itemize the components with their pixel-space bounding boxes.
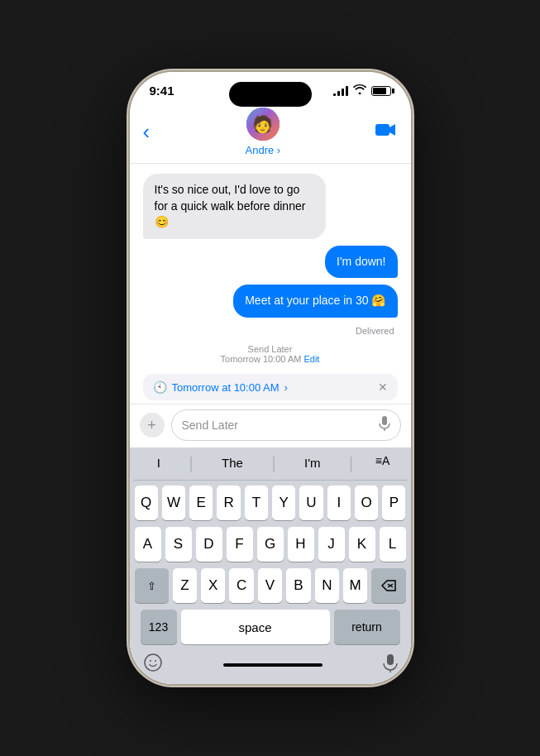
message-text: I'm down!	[337, 255, 385, 268]
message-bubble-sent: I'm down!	[325, 246, 397, 279]
svg-rect-0	[375, 124, 389, 136]
back-button[interactable]: ‹	[143, 119, 151, 145]
key-p[interactable]: P	[382, 486, 405, 520]
delivered-label: Delivered	[143, 326, 398, 336]
key-b[interactable]: B	[286, 568, 310, 603]
input-placeholder: Send Later	[182, 419, 239, 432]
contact-name[interactable]: Andre ›	[246, 144, 281, 156]
avatar: 🧑	[246, 108, 280, 141]
wifi-icon	[353, 84, 366, 97]
nav-center[interactable]: 🧑 Andre ›	[246, 108, 281, 156]
key-g[interactable]: G	[257, 527, 284, 562]
status-icons	[333, 84, 391, 97]
key-n[interactable]: N	[315, 568, 339, 603]
key-o[interactable]: O	[355, 486, 378, 520]
keyboard: I | The | I'm | ≡A Q W E R T Y U	[130, 447, 411, 648]
send-later-bar[interactable]: 🕙 Tomorrow at 10:00 AM › ✕	[143, 374, 398, 400]
phone-screen: 9:41	[130, 72, 411, 684]
message-input[interactable]: Send Later	[171, 409, 401, 441]
key-row-4: 123 space return	[135, 610, 406, 644]
numbers-key[interactable]: 123	[141, 610, 177, 644]
close-schedule-button[interactable]: ✕	[378, 380, 388, 394]
key-y[interactable]: Y	[272, 486, 295, 520]
home-indicator	[223, 663, 323, 667]
key-z[interactable]: Z	[173, 568, 197, 603]
message-row: It's so nice out, I'd love to go for a q…	[143, 174, 398, 239]
edit-link[interactable]: Edit	[303, 354, 319, 364]
key-a[interactable]: A	[135, 527, 161, 562]
send-later-label[interactable]: 🕙 Tomorrow at 10:00 AM ›	[153, 380, 288, 394]
svg-rect-8	[387, 654, 394, 665]
svg-point-7	[155, 660, 156, 662]
key-c[interactable]: C	[229, 568, 253, 603]
emoji-button[interactable]	[143, 653, 163, 677]
predictive-word[interactable]: The	[215, 454, 250, 473]
send-later-info: Send Later Tomorrow 10:00 AM Edit	[143, 344, 398, 364]
key-d[interactable]: D	[196, 527, 222, 562]
svg-point-6	[150, 660, 151, 662]
key-w[interactable]: W	[162, 486, 185, 520]
message-text: It's so nice out, I'd love to go for a q…	[155, 183, 306, 228]
message-bubble-sent: Meet at your place in 30 🤗	[233, 285, 397, 318]
chevron-right-icon: ›	[284, 381, 288, 394]
key-r[interactable]: R	[217, 486, 240, 520]
schedule-time: Tomorrow at 10:00 AM	[172, 381, 280, 394]
messages-area: It's so nice out, I'd love to go for a q…	[130, 164, 411, 371]
phone-frame: 9:41	[130, 72, 411, 684]
key-s[interactable]: S	[165, 527, 192, 562]
dynamic-island	[229, 82, 312, 107]
shift-key[interactable]: ⇧	[135, 568, 169, 603]
key-m[interactable]: M	[343, 568, 367, 603]
key-h[interactable]: H	[288, 527, 314, 562]
backspace-key[interactable]	[371, 568, 405, 603]
input-area: + Send Later	[130, 404, 411, 447]
message-row: Meet at your place in 30 🤗	[143, 285, 398, 318]
signal-bars-icon	[333, 86, 348, 96]
key-rows: Q W E R T Y U I O P A S D F G	[133, 486, 408, 644]
message-row: I'm down!	[143, 246, 398, 279]
key-q[interactable]: Q	[135, 486, 158, 520]
add-button[interactable]: +	[140, 413, 165, 438]
video-call-button[interactable]	[375, 122, 397, 141]
nav-bar: ‹ 🧑 Andre ›	[130, 101, 411, 164]
status-time: 9:41	[150, 84, 174, 98]
plus-icon: +	[147, 417, 156, 434]
svg-rect-1	[382, 416, 387, 425]
format-button[interactable]: ≡A	[375, 454, 390, 473]
svg-point-5	[145, 654, 161, 671]
bottom-toolbar	[130, 648, 411, 684]
key-u[interactable]: U	[299, 486, 323, 520]
key-e[interactable]: E	[189, 486, 213, 520]
battery-icon	[371, 86, 391, 96]
predictive-word[interactable]: I'm	[298, 454, 327, 473]
clock-icon: 🕙	[153, 380, 167, 394]
key-x[interactable]: X	[201, 568, 225, 603]
bottom-mic-button[interactable]	[383, 654, 398, 676]
key-v[interactable]: V	[258, 568, 282, 603]
key-row-3: ⇧ Z X C V B N M	[135, 568, 406, 603]
key-f[interactable]: F	[227, 527, 253, 562]
space-key[interactable]: space	[181, 610, 330, 644]
key-i[interactable]: I	[327, 486, 351, 520]
predictive-row: I | The | I'm | ≡A	[133, 454, 408, 481]
key-l[interactable]: L	[380, 527, 406, 562]
message-text: Meet at your place in 30 🤗	[245, 294, 385, 307]
predictive-word[interactable]: I	[151, 454, 167, 473]
message-bubble-received: It's so nice out, I'd love to go for a q…	[143, 174, 327, 239]
key-j[interactable]: J	[318, 527, 345, 562]
return-key[interactable]: return	[334, 610, 400, 644]
mic-icon[interactable]	[379, 416, 390, 434]
key-k[interactable]: K	[349, 527, 375, 562]
key-row-2: A S D F G H J K L	[135, 527, 406, 562]
key-row-1: Q W E R T Y U I O P	[135, 486, 406, 520]
key-t[interactable]: T	[245, 486, 268, 520]
